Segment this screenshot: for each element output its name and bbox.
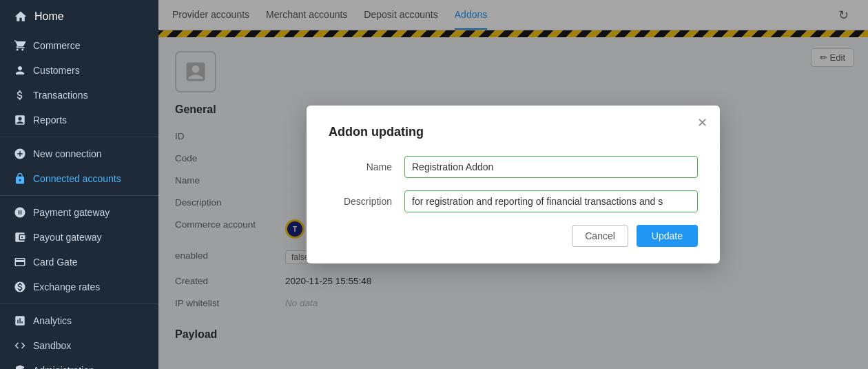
cancel-button[interactable]: Cancel xyxy=(572,225,628,247)
sidebar-item-label: Reports xyxy=(33,114,67,126)
sidebar-item-label: Sandbox xyxy=(33,340,71,351)
sidebar-item-label: Commerce xyxy=(33,40,80,51)
sidebar-item-payment-gateway[interactable]: Payment gateway xyxy=(0,200,158,225)
modal-title: Addon updating xyxy=(329,125,698,139)
sidebar-item-label: New connection xyxy=(33,148,102,159)
sidebar-item-label: Exchange rates xyxy=(33,281,100,292)
sidebar-item-label: Administration xyxy=(33,365,94,369)
sidebar-item-administration[interactable]: Administration xyxy=(0,358,158,369)
sidebar-item-label: Customers xyxy=(33,65,80,76)
sidebar-item-exchange-rates[interactable]: Exchange rates xyxy=(0,275,158,299)
modal-actions: Cancel Update xyxy=(329,225,698,247)
sidebar-item-connected-accounts[interactable]: Connected accounts xyxy=(0,166,158,191)
sidebar-item-transactions[interactable]: Transactions xyxy=(0,83,158,108)
form-input-description[interactable] xyxy=(404,190,698,212)
sidebar-item-label: Analytics xyxy=(33,315,72,326)
sidebar-item-label: Payout gateway xyxy=(33,232,102,243)
sidebar-item-new-connection[interactable]: New connection xyxy=(0,141,158,166)
sidebar-item-customers[interactable]: Customers xyxy=(0,58,158,83)
form-label-description: Description xyxy=(329,196,404,207)
sidebar: Home Commerce Customers Transactions Rep… xyxy=(0,0,158,369)
sidebar-logo[interactable]: Home xyxy=(0,0,158,33)
form-row-name: Name xyxy=(329,156,698,178)
sidebar-item-label: Card Gate xyxy=(33,257,78,268)
form-input-name[interactable] xyxy=(404,156,698,178)
sidebar-item-analytics[interactable]: Analytics xyxy=(0,308,158,333)
form-label-name: Name xyxy=(329,161,404,172)
sidebar-item-reports[interactable]: Reports xyxy=(0,108,158,132)
sidebar-item-label: Connected accounts xyxy=(33,173,121,184)
addon-update-modal: Addon updating ✕ Name Description Cancel… xyxy=(307,106,720,263)
sidebar-item-payout-gateway[interactable]: Payout gateway xyxy=(0,225,158,250)
sidebar-item-card-gate[interactable]: Card Gate xyxy=(0,250,158,275)
main-content: Provider accounts Merchant accounts Depo… xyxy=(158,0,868,369)
form-row-description: Description xyxy=(329,190,698,212)
modal-close-button[interactable]: ✕ xyxy=(697,117,707,129)
sidebar-item-label: Transactions xyxy=(33,90,88,101)
modal-overlay: Addon updating ✕ Name Description Cancel… xyxy=(158,0,868,369)
update-button[interactable]: Update xyxy=(637,225,698,247)
sidebar-home-label: Home xyxy=(34,10,64,23)
sidebar-item-sandbox[interactable]: Sandbox xyxy=(0,333,158,358)
sidebar-item-commerce[interactable]: Commerce xyxy=(0,33,158,58)
sidebar-item-label: Payment gateway xyxy=(33,207,110,218)
